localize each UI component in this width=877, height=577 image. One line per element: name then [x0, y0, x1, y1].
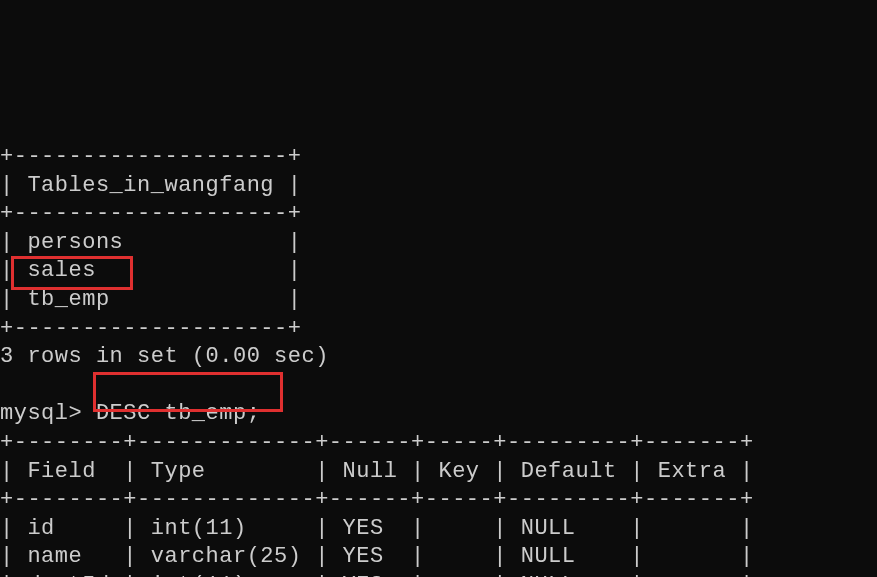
tables-border-bot: +--------------------+	[0, 316, 301, 341]
desc-border-top: +--------+-------------+------+-----+---…	[0, 430, 754, 455]
tables-row: | tb_emp |	[0, 287, 301, 312]
mysql-prompt: mysql>	[0, 401, 96, 426]
tables-row: | sales |	[0, 258, 301, 283]
desc-header: | Field | Type | Null | Key | Default | …	[0, 459, 754, 484]
desc-border-mid: +--------+-------------+------+-----+---…	[0, 487, 754, 512]
mysql-command: DESC tb_emp;	[96, 401, 260, 426]
desc-row: | name | varchar(25) | YES | | NULL | |	[0, 544, 754, 569]
tables-border-mid: +--------------------+	[0, 201, 301, 226]
tables-header: | Tables_in_wangfang |	[0, 173, 301, 198]
tables-border-top: +--------------------+	[0, 144, 301, 169]
mysql-terminal[interactable]: +--------------------+ | Tables_in_wangf…	[0, 114, 877, 577]
desc-row: | id | int(11) | YES | | NULL | |	[0, 516, 754, 541]
tables-status: 3 rows in set (0.00 sec)	[0, 344, 329, 369]
desc-row: | deptId | int(11) | YES | | NULL | |	[0, 573, 754, 577]
tables-row: | persons |	[0, 230, 301, 255]
